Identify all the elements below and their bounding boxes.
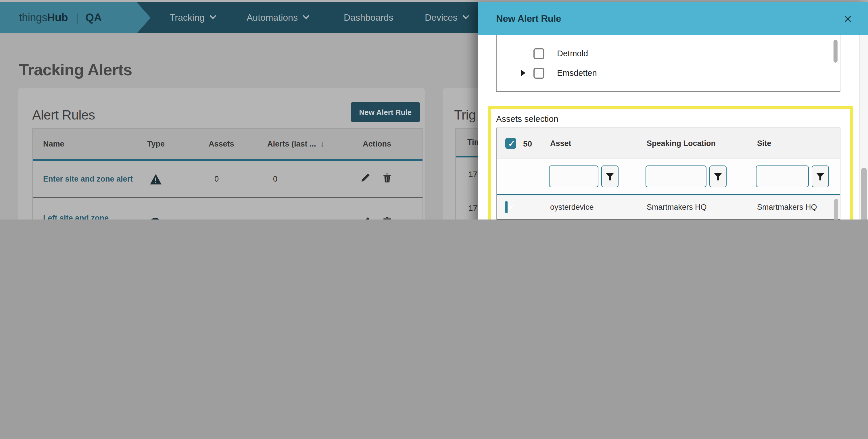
column-header-type[interactable]: Type xyxy=(143,139,204,148)
asset-filter-button[interactable] xyxy=(601,165,619,187)
column-header-alerts[interactable]: Alerts (last ... ↓ xyxy=(263,139,358,148)
assets-selection-label: Assets selection xyxy=(496,114,558,124)
alert-rules-table-header: Name Type Assets Alerts (last ... ↓ Acti… xyxy=(33,129,423,161)
tree-item-clipped: Site B xyxy=(533,88,579,92)
site-cell: Smartmakers HQ xyxy=(748,201,841,213)
selected-count: 50 xyxy=(523,139,532,148)
tree-item-label: Detmold xyxy=(557,49,588,58)
brand-hub: Hub xyxy=(47,11,68,24)
assets-filter-row xyxy=(497,159,840,194)
alerts-count: 0 xyxy=(263,175,358,183)
location-cell: Smartmakers HQ xyxy=(638,201,748,213)
column-header-assets[interactable]: Assets xyxy=(204,139,263,148)
tree-item-detmold: Detmold xyxy=(533,44,588,63)
tree-scrollbar-thumb[interactable] xyxy=(834,40,838,63)
nav-item-tracking[interactable]: Tracking xyxy=(169,2,214,33)
column-header-site[interactable]: Site xyxy=(748,139,841,148)
asset-filter-input[interactable] xyxy=(549,165,598,187)
location-filter-input[interactable] xyxy=(646,165,707,187)
brand-things: things xyxy=(19,11,47,24)
edit-icon[interactable] xyxy=(361,217,370,220)
chevron-down-icon xyxy=(210,13,216,19)
nav-item-label: Automations xyxy=(247,13,298,23)
triggered-alerts-title: Trig xyxy=(454,107,476,123)
page-title: Tracking Alerts xyxy=(19,61,132,79)
delete-icon[interactable] xyxy=(383,173,392,185)
alert-rules-table: Name Type Assets Alerts (last ... ↓ Acti… xyxy=(32,128,423,220)
assets-table-body: oysterdevice Smartmakers HQ Smartmakers … xyxy=(497,195,840,220)
sort-desc-icon: ↓ xyxy=(320,139,324,148)
checkbox-unchecked[interactable] xyxy=(533,48,545,59)
info-icon xyxy=(143,217,204,220)
tree-item-label: Emsdetten xyxy=(557,68,597,77)
site-filter-button[interactable] xyxy=(812,165,829,187)
assets-count: 0 xyxy=(204,175,263,183)
tree-item-emsdetten: Emsdetten xyxy=(521,64,597,82)
chevron-down-icon xyxy=(462,13,469,19)
window-scrollbar[interactable] xyxy=(859,35,868,220)
column-header-name[interactable]: Name xyxy=(33,139,143,148)
brand-logo[interactable]: thingsHub | QA xyxy=(0,2,151,33)
close-icon[interactable]: × xyxy=(844,12,852,26)
location-tree-listbox[interactable]: Detmold Emsdetten Site B xyxy=(496,31,840,92)
table-row: Left site and zone information 0 0 xyxy=(33,198,423,220)
assets-table-header: 50 Asset Speaking Location Site xyxy=(497,128,840,159)
edit-icon[interactable] xyxy=(361,173,370,185)
checkbox-unchecked[interactable] xyxy=(533,92,545,92)
alert-rules-card: Alert Rules New Alert Rule Name Type Ass… xyxy=(18,88,425,220)
expand-arrow-icon[interactable] xyxy=(521,69,525,76)
alerts-count: 0 xyxy=(263,218,358,220)
column-header-alerts-label: Alerts (last ... xyxy=(267,139,316,148)
new-alert-rule-drawer: Detmold Emsdetten Site B Assets selectio… xyxy=(478,2,868,220)
app-viewport: thingsHub | QA Tracking Automations Dash… xyxy=(0,0,868,220)
delete-icon[interactable] xyxy=(383,217,392,220)
table-row: oysterdevice Smartmakers HQ Smartmakers … xyxy=(497,195,840,220)
top-strip xyxy=(0,0,868,2)
drawer-title: New Alert Rule xyxy=(496,13,561,24)
brand-env: QA xyxy=(85,11,102,24)
time-cell: 17 xyxy=(456,203,477,213)
window-scrollbar-thumb[interactable] xyxy=(861,168,867,220)
row-checkbox[interactable] xyxy=(505,201,507,213)
table-row: Enter site and zone alert 0 0 xyxy=(33,161,423,198)
column-header-speaking-location[interactable]: Speaking Location xyxy=(638,139,748,148)
select-all-checkbox[interactable] xyxy=(505,138,516,149)
column-header-time[interactable]: Tim xyxy=(456,138,481,147)
checkbox-unchecked[interactable] xyxy=(533,67,545,79)
nav-item-automations[interactable]: Automations xyxy=(247,2,308,33)
site-filter-input[interactable] xyxy=(756,165,809,187)
nav-item-dashboards[interactable]: Dashboards xyxy=(344,2,394,33)
column-header-asset[interactable]: Asset xyxy=(541,139,638,148)
assets-table: 50 Asset Speaking Location Site xyxy=(496,128,840,220)
asset-cell: oysterdevice xyxy=(541,201,638,213)
nav-item-label: Devices xyxy=(425,13,458,23)
location-filter-button[interactable] xyxy=(709,165,726,187)
drawer-header: New Alert Rule × xyxy=(478,2,868,35)
alert-rule-link[interactable]: Enter site and zone alert xyxy=(33,174,143,184)
column-header-actions: Actions xyxy=(358,139,424,148)
warning-icon xyxy=(143,173,204,185)
nav-item-label: Dashboards xyxy=(344,13,394,23)
nav-item-label: Tracking xyxy=(169,13,205,23)
table-scrollbar-thumb[interactable] xyxy=(834,199,838,220)
brand-divider: | xyxy=(76,12,79,24)
new-alert-rule-button[interactable]: New Alert Rule xyxy=(350,102,420,122)
time-cell: 17 xyxy=(456,169,477,179)
assets-count: 0 xyxy=(204,218,263,220)
assets-selection-highlight: Assets selection 50 Asset Speaking Locat… xyxy=(488,106,853,220)
alert-rule-link[interactable]: Left site and zone information xyxy=(33,213,119,220)
alert-rules-title: Alert Rules xyxy=(32,107,95,123)
nav-item-devices[interactable]: Devices xyxy=(425,2,467,33)
chevron-down-icon xyxy=(303,13,309,19)
top-nav: thingsHub | QA Tracking Automations Dash… xyxy=(0,2,478,33)
